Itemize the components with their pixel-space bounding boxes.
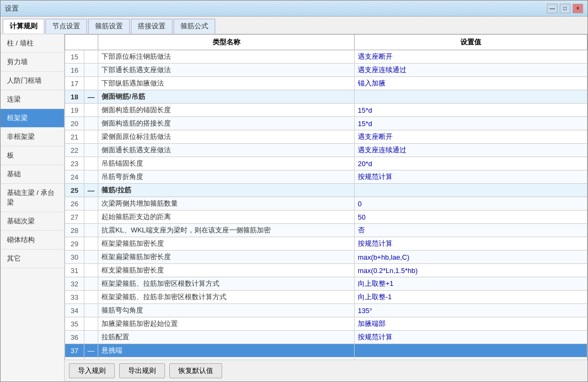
row-value[interactable]: 遇支座连续通过 [355,144,587,157]
row-value[interactable]: 按规范计算 [355,237,587,251]
sidebar-item-0[interactable]: 柱 / 墙柱 [1,34,64,53]
bottom-btn-2[interactable]: 恢复默认值 [169,363,222,378]
table-row[interactable]: 22侧面通长筋遇支座做法遇支座连续通过 [65,144,587,157]
sidebar-item-6[interactable]: 板 [1,146,64,165]
row-label: 起始箍筋距支边的距离 [98,211,355,224]
row-value[interactable]: 锚入加腋 [355,77,587,90]
row-value[interactable]: 向上取整-1 [355,291,587,304]
row-value[interactable]: 遇支座断开 [355,50,587,64]
table-row[interactable]: 27起始箍筋距支边的距离50 [65,211,587,224]
row-value[interactable] [355,184,587,197]
row-value[interactable]: 15*d [355,117,587,130]
tab-bar: 计算规则节点设置箍筋设置搭接设置箍筋公式 [1,17,587,34]
row-expand-icon [84,251,98,264]
row-value[interactable]: 按规范计算 [355,331,587,344]
row-number: 29 [65,237,84,251]
row-label: 侧面构造筋的搭接长度 [98,117,355,130]
sidebar-item-7[interactable]: 基础 [1,165,64,184]
sidebar-item-3[interactable]: 连梁 [1,90,64,109]
table-row[interactable]: 35加腋梁箍筋加密起始位置加腋端部 [65,317,587,331]
sidebar-item-9[interactable]: 基础次梁 [1,212,64,231]
table-row[interactable]: 23吊筋锚固长度20*d [65,157,587,170]
table-row[interactable]: 28抗震KL、WKL端支座为梁时，则在该支座一侧箍筋加密否 [65,224,587,237]
table-row[interactable]: 15下部原位标注钢筋做法遇支座断开 [65,50,587,64]
table-row[interactable]: 34箍筋弯勾角度135° [65,304,587,317]
table-row[interactable]: 18—侧面钢筋/吊筋 [65,90,587,104]
row-value[interactable]: 按规范计算 [355,170,587,184]
row-label: 下部通长筋遇支座做法 [98,64,355,77]
row-label: 下部原位标注钢筋做法 [98,50,355,64]
row-label: 框支梁箍筋加密长度 [98,264,355,277]
sidebar-item-2[interactable]: 人防门框墙 [1,72,64,90]
row-expand-icon [84,130,98,144]
table-row[interactable]: 31框支梁箍筋加密长度max(0.2*Ln,1.5*hb) [65,264,587,277]
row-number: 21 [65,130,84,144]
tab-0[interactable]: 计算规则 [3,19,44,34]
table-row[interactable]: 19侧面构造筋的锚固长度15*d [65,104,587,117]
tab-3[interactable]: 搭接设置 [131,19,173,34]
bottom-btn-1[interactable]: 导出规则 [119,363,165,378]
table-row[interactable]: 33框架梁箍筋、拉筋非加密区根数计算方式向上取整-1 [65,291,587,304]
row-value[interactable]: 遇支座断开 [355,130,587,144]
maximize-button[interactable]: □ [560,4,570,13]
sidebar-item-8[interactable]: 基础主梁 / 承台梁 [1,184,64,212]
row-label: 框架梁箍筋、拉筋非加密区根数计算方式 [98,291,355,304]
table-row[interactable]: 24吊筋弯折角度按规范计算 [65,170,587,184]
row-expand-icon[interactable]: — [84,184,98,197]
row-value[interactable] [355,344,587,357]
table-row[interactable]: 17下部纵筋遇加腋做法锚入加腋 [65,77,587,90]
tab-2[interactable]: 箍筋设置 [88,19,130,34]
table-container[interactable]: 类型名称 设置值 15下部原位标注钢筋做法遇支座断开16下部通长筋遇支座做法遇支… [65,34,587,360]
sidebar-item-10[interactable]: 砌体结构 [1,231,64,250]
row-value[interactable]: max(0.2*Ln,1.5*hb) [355,264,587,277]
row-value[interactable]: 遇支座连续通过 [355,64,587,77]
row-label: 抗震KL、WKL端支座为梁时，则在该支座一侧箍筋加密 [98,224,355,237]
row-value[interactable]: max(b+hb,lae,C) [355,251,587,264]
tab-1[interactable]: 节点设置 [45,19,87,34]
row-value[interactable]: 加腋端部 [355,317,587,331]
table-row[interactable]: 29框架梁箍筋加密长度按规范计算 [65,237,587,251]
row-number: 31 [65,264,84,277]
table-row[interactable]: 21梁侧面原位标注筋做法遇支座断开 [65,130,587,144]
table-row[interactable]: 32框架梁箍筋、拉筋加密区根数计算方式向上取整+1 [65,277,587,291]
title-bar: 设置 — □ × [1,1,587,17]
close-button[interactable]: × [573,4,583,13]
row-expand-icon[interactable]: — [84,90,98,104]
row-value[interactable]: 20*d [355,157,587,170]
row-value[interactable]: 135° [355,304,587,317]
row-label: 吊筋锚固长度 [98,157,355,170]
row-expand-icon [84,291,98,304]
table-row[interactable]: 36拉筋配置按规范计算 [65,331,587,344]
content-area: 柱 / 墙柱剪力墙人防门框墙连梁框架梁非框架梁板基础基础主梁 / 承台梁基础次梁… [1,34,587,381]
bottom-btn-0[interactable]: 导入规则 [69,363,115,378]
tab-4[interactable]: 箍筋公式 [174,19,215,34]
row-label: 梁侧面原位标注筋做法 [98,130,355,144]
sidebar-item-4[interactable]: 框架梁 [1,109,64,128]
table-row[interactable]: 30框架扁梁箍筋加密长度max(b+hb,lae,C) [65,251,587,264]
row-expand-icon [84,157,98,170]
row-value[interactable]: 50 [355,211,587,224]
row-number: 33 [65,291,84,304]
row-expand-icon[interactable]: — [84,344,98,357]
row-label: 箍筋弯勾角度 [98,304,355,317]
minimize-button[interactable]: — [547,4,558,13]
sidebar-item-5[interactable]: 非框架梁 [1,128,64,146]
row-value[interactable]: 0 [355,197,587,211]
sidebar-item-1[interactable]: 剪力墙 [1,53,64,72]
row-label: 下部纵筋遇加腋做法 [98,77,355,90]
row-value[interactable]: 15*d [355,104,587,117]
table-row[interactable]: 37—悬挑端 [65,344,587,357]
row-number: 30 [65,251,84,264]
table-row[interactable]: 26次梁两侧共增加箍筋数量0 [65,197,587,211]
row-expand-icon [84,304,98,317]
table-row[interactable]: 25—箍筋/拉筋 [65,184,587,197]
row-label: 拉筋配置 [98,331,355,344]
sidebar-item-11[interactable]: 其它 [1,250,64,268]
row-value[interactable]: 向上取整+1 [355,277,587,291]
row-number: 26 [65,197,84,211]
row-value[interactable] [355,90,587,104]
row-label: 次梁两侧共增加箍筋数量 [98,197,355,211]
row-value[interactable]: 否 [355,224,587,237]
table-row[interactable]: 16下部通长筋遇支座做法遇支座连续通过 [65,64,587,77]
table-row[interactable]: 20侧面构造筋的搭接长度15*d [65,117,587,130]
